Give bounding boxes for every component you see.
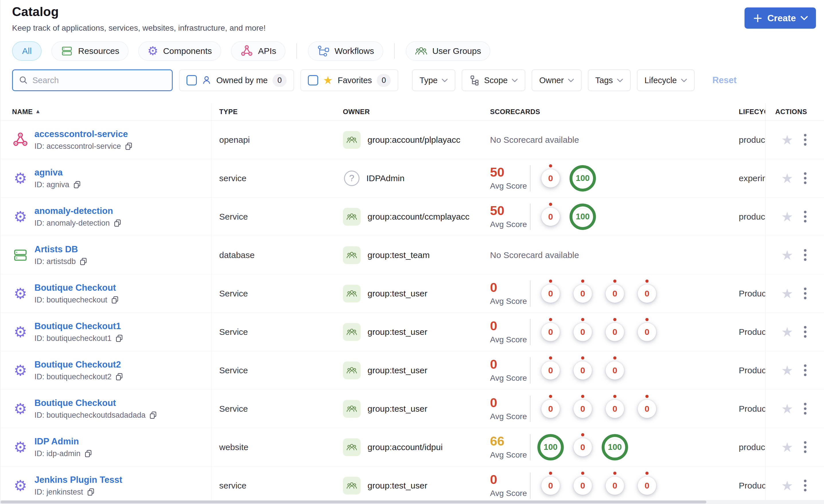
copy-icon[interactable] bbox=[124, 142, 133, 150]
column-header-name[interactable]: NAME ▲ bbox=[1, 103, 211, 120]
lifecycle-value: Production bbox=[739, 366, 765, 375]
scorecard-badge[interactable]: 100 bbox=[537, 434, 564, 461]
favorites-filter[interactable]: ★ Favorites 0 bbox=[300, 70, 398, 91]
scorecard-badge[interactable]: 0 bbox=[638, 477, 656, 495]
horizontal-scrollbar-thumb[interactable] bbox=[1, 501, 706, 503]
copy-icon[interactable] bbox=[115, 334, 124, 343]
owned-by-me-checkbox[interactable] bbox=[187, 75, 197, 86]
scorecard-badge[interactable]: 0 bbox=[541, 361, 560, 380]
sort-asc-icon[interactable]: ▲ bbox=[36, 109, 39, 114]
favorite-star-icon[interactable]: ★ bbox=[781, 133, 793, 146]
no-scorecard-text: No Scorecard available bbox=[490, 250, 579, 260]
kebab-menu-icon[interactable] bbox=[802, 477, 809, 494]
scorecard-badge[interactable]: 0 bbox=[574, 438, 592, 457]
entity-name-link[interactable]: Boutique Checkout bbox=[34, 283, 116, 293]
scorecard-badge[interactable]: 0 bbox=[574, 284, 592, 303]
copy-icon[interactable] bbox=[111, 295, 119, 304]
scorecard-badge[interactable]: 0 bbox=[606, 323, 624, 341]
unknown-owner-icon: ? bbox=[344, 170, 359, 186]
scorecard-badge[interactable]: 0 bbox=[574, 323, 592, 341]
tags-dropdown[interactable]: Tags bbox=[588, 70, 631, 91]
kebab-menu-icon[interactable] bbox=[802, 132, 809, 148]
scorecard-badge[interactable]: 0 bbox=[606, 477, 624, 495]
favorite-star-icon[interactable]: ★ bbox=[781, 364, 793, 377]
entity-name-link[interactable]: agniva bbox=[34, 167, 63, 178]
copy-icon[interactable] bbox=[73, 180, 82, 189]
scorecard-badge[interactable]: 0 bbox=[574, 361, 592, 380]
tab-user-groups[interactable]: User Groups bbox=[406, 41, 490, 61]
create-button-label: Create bbox=[767, 13, 796, 23]
kebab-menu-icon[interactable] bbox=[802, 209, 809, 225]
type-dropdown[interactable]: Type bbox=[412, 70, 455, 91]
copy-icon[interactable] bbox=[79, 257, 88, 266]
copy-icon[interactable] bbox=[115, 372, 124, 381]
kebab-menu-icon[interactable] bbox=[802, 362, 809, 378]
scorecard-badge[interactable]: 0 bbox=[638, 400, 656, 418]
entity-name-link[interactable]: anomaly-detection bbox=[34, 206, 113, 216]
entity-name-link[interactable]: Artists DB bbox=[34, 244, 78, 255]
copy-icon[interactable] bbox=[149, 411, 158, 419]
tab-apis[interactable]: APIs bbox=[231, 41, 286, 61]
kebab-menu-icon[interactable] bbox=[802, 170, 809, 186]
create-button[interactable]: + Create bbox=[744, 7, 816, 29]
favorites-checkbox[interactable] bbox=[308, 75, 318, 86]
search-input[interactable] bbox=[32, 76, 166, 85]
tab-workflows[interactable]: Workflows bbox=[308, 41, 383, 61]
scorecard-badge[interactable]: 0 bbox=[606, 400, 624, 418]
kebab-menu-icon[interactable] bbox=[802, 324, 809, 340]
scorecard-badge[interactable]: 0 bbox=[638, 323, 656, 341]
entity-name-link[interactable]: Boutique Checkout2 bbox=[34, 360, 121, 370]
scorecard-badge[interactable]: 0 bbox=[541, 400, 560, 418]
entity-name-link[interactable]: IDP Admin bbox=[34, 436, 79, 447]
reset-filters-link[interactable]: Reset bbox=[712, 75, 736, 86]
copy-icon[interactable] bbox=[87, 488, 95, 496]
scorecard-badge[interactable]: 0 bbox=[574, 477, 592, 495]
owned-by-me-filter[interactable]: Owned by me 0 bbox=[179, 70, 294, 91]
scorecard-badge[interactable]: 0 bbox=[574, 400, 592, 418]
scorecard-badge[interactable]: 100 bbox=[570, 165, 596, 192]
chevron-down-icon bbox=[512, 79, 518, 82]
search-box bbox=[12, 70, 173, 91]
type-value: service bbox=[219, 173, 246, 183]
owner-dropdown[interactable]: Owner bbox=[532, 70, 581, 91]
favorite-star-icon[interactable]: ★ bbox=[781, 172, 793, 185]
entity-name-link[interactable]: Jenkins Plugin Tesst bbox=[34, 475, 122, 485]
scorecard-badge[interactable]: 100 bbox=[570, 204, 596, 230]
favorite-star-icon[interactable]: ★ bbox=[781, 249, 793, 262]
scorecard-badge[interactable]: 0 bbox=[541, 477, 560, 495]
scorecard-badge[interactable]: 100 bbox=[602, 434, 628, 461]
type-value: database bbox=[219, 250, 254, 260]
favorite-star-icon[interactable]: ★ bbox=[781, 326, 793, 339]
scorecard-badge[interactable]: 0 bbox=[541, 169, 560, 187]
copy-icon[interactable] bbox=[84, 449, 93, 458]
favorite-star-icon[interactable]: ★ bbox=[781, 479, 793, 492]
entity-name-link[interactable]: accesscontrol-service bbox=[34, 129, 128, 139]
scorecard-badge[interactable]: 0 bbox=[606, 284, 624, 303]
kebab-menu-icon[interactable] bbox=[802, 247, 809, 263]
favorite-star-icon[interactable]: ★ bbox=[781, 440, 793, 454]
kebab-menu-icon[interactable] bbox=[802, 439, 809, 455]
lifecycle-dropdown[interactable]: Lifecycle bbox=[637, 70, 695, 91]
kebab-menu-icon[interactable] bbox=[802, 285, 809, 301]
entity-id: ID: artistsdb bbox=[34, 257, 88, 266]
scorecard-badge[interactable]: 0 bbox=[541, 208, 560, 226]
entity-name-link[interactable]: Boutique Checkout bbox=[34, 398, 116, 408]
copy-icon[interactable] bbox=[113, 219, 122, 227]
scorecard-badge[interactable]: 0 bbox=[606, 361, 624, 380]
tab-all[interactable]: All bbox=[12, 41, 41, 61]
favorite-star-icon[interactable]: ★ bbox=[781, 210, 793, 223]
scorecard-badge[interactable]: 0 bbox=[541, 284, 560, 303]
scope-dropdown[interactable]: Scope bbox=[461, 70, 525, 91]
favorite-star-icon[interactable]: ★ bbox=[781, 402, 793, 415]
horizontal-scrollbar[interactable] bbox=[1, 500, 824, 504]
gear-icon: ⚙ bbox=[12, 363, 29, 378]
entity-name-link[interactable]: Boutique Checkout1 bbox=[34, 321, 121, 332]
scorecard-badge[interactable]: 0 bbox=[541, 323, 560, 341]
favorite-star-icon[interactable]: ★ bbox=[781, 287, 793, 300]
scorecard-badge[interactable]: 0 bbox=[638, 284, 656, 303]
type-value: Service bbox=[219, 327, 248, 337]
tab-components[interactable]: ⚙ Components bbox=[138, 41, 221, 61]
database-icon bbox=[61, 45, 73, 57]
kebab-menu-icon[interactable] bbox=[802, 400, 809, 417]
tab-resources[interactable]: Resources bbox=[51, 41, 128, 61]
